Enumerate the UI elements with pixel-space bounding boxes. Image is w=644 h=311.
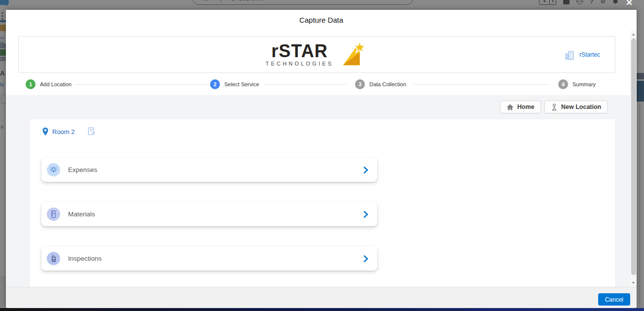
modal-title: Capture Data xyxy=(6,10,637,24)
brand-name: rSTAR xyxy=(271,43,327,60)
step-label-1: Add Location xyxy=(40,81,72,87)
step-select-service: 2 Select Service xyxy=(210,79,259,89)
step-circle-2[interactable]: 2 xyxy=(210,79,220,89)
edit-note-icon[interactable] xyxy=(87,127,96,136)
step-label-4: Summary xyxy=(572,81,596,87)
brand-logo: rSTAR TECHNOLOGIES xyxy=(266,41,368,69)
step-connector xyxy=(265,84,347,85)
step-circle-3[interactable]: 3 xyxy=(355,79,365,89)
step-data-collection: 3 Data Collection xyxy=(355,79,406,89)
capture-data-modal: Capture Data rSTAR TECHNOLOGIES xyxy=(6,10,637,308)
step-circle-4[interactable]: 4 xyxy=(558,79,568,89)
new-location-button[interactable]: New Location xyxy=(544,101,608,113)
home-button[interactable]: Home xyxy=(500,101,541,113)
inspection-device-icon xyxy=(50,254,57,263)
close-icon[interactable]: ✕ xyxy=(626,0,633,8)
avatar xyxy=(47,252,60,265)
account-link[interactable]: rStartec xyxy=(564,49,600,60)
location-panel: Room 2 xyxy=(30,119,615,287)
account-name[interactable]: rStartec xyxy=(579,51,600,58)
home-icon xyxy=(506,104,514,110)
modal-footer: Cancel xyxy=(6,287,637,308)
step-circle-1[interactable]: 1 xyxy=(26,79,36,89)
chevron-right-icon xyxy=(363,167,368,173)
fridge-icon xyxy=(50,210,57,218)
step-summary: 4 Summary xyxy=(558,79,596,89)
step-label-3: Data Collection xyxy=(369,81,406,87)
star-logo-icon xyxy=(337,39,368,67)
scroll-thumb[interactable] xyxy=(631,38,636,275)
new-location-button-label: New Location xyxy=(561,104,601,110)
home-button-label: Home xyxy=(517,104,535,110)
service-card-inspections[interactable]: Inspections xyxy=(41,246,377,271)
modal-scrollbar[interactable]: ▲ ▼ xyxy=(630,31,637,287)
step-connector xyxy=(413,84,548,85)
avatar xyxy=(47,163,60,176)
bottom-strip xyxy=(0,308,644,311)
location-row: Room 2 xyxy=(42,127,96,136)
scroll-down-icon[interactable]: ▼ xyxy=(630,280,637,286)
building-icon xyxy=(564,49,575,60)
screen: All ▾ Search... ★ ▾ ? ⚙ xyxy=(0,0,644,311)
step-connector xyxy=(74,84,209,85)
person-pin-icon xyxy=(551,104,558,111)
modal-content: Home New Location Room 2 xyxy=(6,95,630,287)
location-name[interactable]: Room 2 xyxy=(52,128,75,136)
avatar xyxy=(47,207,60,221)
cancel-button[interactable]: Cancel xyxy=(598,293,630,306)
stepper: 1 Add Location 2 Select Service 3 Data C… xyxy=(6,79,637,89)
brand-header: rSTAR TECHNOLOGIES rStar xyxy=(18,36,615,73)
lightbulb-icon xyxy=(49,166,58,174)
brand-tagline: TECHNOLOGIES xyxy=(266,61,334,67)
service-card-materials[interactable]: Materials xyxy=(41,202,377,226)
chevron-right-icon xyxy=(363,211,368,218)
location-pin-icon xyxy=(42,127,49,136)
chevron-right-icon xyxy=(363,255,368,262)
service-label: Inspections xyxy=(68,255,363,262)
step-label-2: Select Service xyxy=(224,81,259,87)
scroll-up-icon[interactable]: ▲ xyxy=(630,32,637,37)
service-card-expenses[interactable]: Expenses xyxy=(41,158,377,182)
step-add-location: 1 Add Location xyxy=(26,79,72,89)
service-label: Materials xyxy=(68,210,363,218)
service-label: Expenses xyxy=(68,166,363,173)
brand-text: rSTAR TECHNOLOGIES xyxy=(266,43,334,67)
